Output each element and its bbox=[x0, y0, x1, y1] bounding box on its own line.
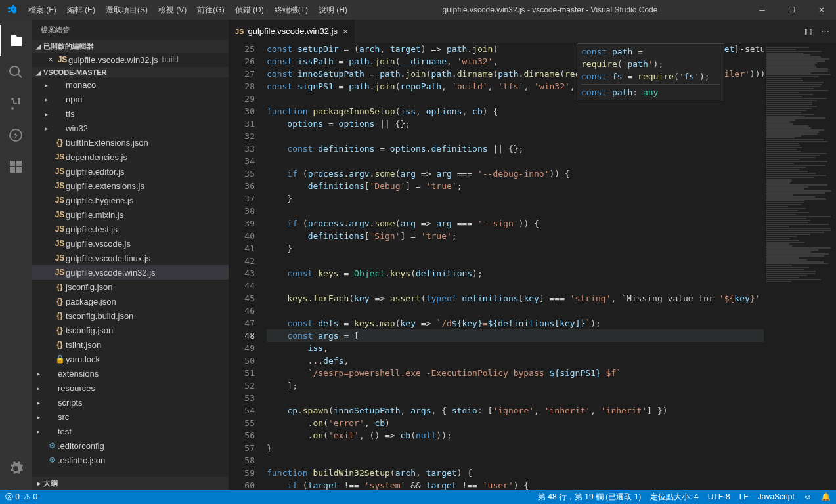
tree-item-label: gulpfile.vscode.js bbox=[66, 239, 131, 249]
tree-item-label: gulpfile.test.js bbox=[66, 224, 118, 234]
tree-item-label: jsconfig.json bbox=[66, 282, 113, 292]
tree-item-label: tslint.json bbox=[66, 340, 101, 350]
tree-item[interactable]: JSgulpfile.editor.js bbox=[32, 164, 229, 178]
tree-item-label: monaco bbox=[66, 80, 96, 90]
tree-item[interactable]: {}builtInExtensions.json bbox=[32, 135, 229, 150]
encoding[interactable]: UTF-8 bbox=[708, 492, 730, 501]
config-file-icon: ⚙ bbox=[46, 441, 58, 450]
title-bar: 檔案 (F)編輯 (E)選取項目(S)檢視 (V)前往(G)偵錯 (D)終端機(… bbox=[0, 0, 836, 20]
js-file-icon: JS bbox=[54, 167, 66, 176]
tree-item-label: .eslintrc.json bbox=[58, 455, 105, 465]
tree-item[interactable]: ⚙.editorconfig bbox=[32, 438, 229, 453]
tree-item-label: resources bbox=[58, 383, 95, 393]
tree-item-label: tsconfig.build.json bbox=[66, 311, 133, 321]
close-button[interactable]: ✕ bbox=[806, 5, 836, 14]
tree-item[interactable]: 🔒yarn.lock bbox=[32, 352, 229, 366]
chevron-icon: ▸ bbox=[37, 370, 46, 377]
menu-item[interactable]: 檔案 (F) bbox=[23, 5, 62, 16]
tab-close-icon[interactable]: × bbox=[343, 26, 348, 37]
tree-item[interactable]: JSgulpfile.vscode.js bbox=[32, 236, 229, 251]
bell-icon[interactable]: 🔔 bbox=[821, 492, 831, 501]
close-icon[interactable]: × bbox=[45, 55, 56, 64]
menu-bar: 檔案 (F)編輯 (E)選取項目(S)檢視 (V)前往(G)偵錯 (D)終端機(… bbox=[23, 5, 353, 16]
tree-item[interactable]: JSgulpfile.test.js bbox=[32, 222, 229, 236]
editor-tabs: JS gulpfile.vscode.win32.js × ⫿⫿ ⋯ bbox=[229, 20, 836, 43]
feedback-icon[interactable]: ☺ bbox=[804, 492, 812, 501]
eol[interactable]: LF bbox=[739, 492, 749, 501]
chevron-icon: ▸ bbox=[45, 96, 54, 103]
tree-item-label: npm bbox=[66, 94, 82, 104]
code-editor[interactable]: const setupDir = (arch, target) => path.… bbox=[264, 43, 764, 490]
js-file-icon: JS bbox=[54, 196, 66, 205]
tree-item[interactable]: ▸resources bbox=[32, 381, 229, 395]
tree-item[interactable]: ▸scripts bbox=[32, 395, 229, 410]
source-control-icon[interactable] bbox=[0, 88, 32, 119]
tree-item-label: gulpfile.mixin.js bbox=[66, 210, 123, 220]
tree-item-label: gulpfile.editor.js bbox=[66, 167, 125, 177]
outline-header[interactable]: ▸大綱 bbox=[32, 477, 229, 490]
search-icon[interactable] bbox=[0, 56, 32, 88]
tree-item[interactable]: ▸src bbox=[32, 410, 229, 424]
indent-setting[interactable]: 定位點大小: 4 bbox=[650, 492, 698, 503]
chevron-icon: ▸ bbox=[45, 81, 54, 89]
status-bar: ⓧ 0 ⚠ 0 第 48 行，第 19 欄 (已選取 1) 定位點大小: 4 U… bbox=[0, 490, 836, 504]
js-file-icon: JS bbox=[54, 152, 66, 161]
menu-item[interactable]: 前往(G) bbox=[192, 5, 229, 16]
vscode-logo-icon bbox=[0, 5, 23, 15]
menu-item[interactable]: 偵錯 (D) bbox=[230, 5, 269, 16]
open-editor-item[interactable]: × JS gulpfile.vscode.win32.js build bbox=[32, 52, 229, 67]
tree-item[interactable]: {}tsconfig.json bbox=[32, 323, 229, 337]
warnings-icon[interactable]: ⚠ 0 bbox=[24, 492, 37, 501]
language-mode[interactable]: JavaScript bbox=[758, 492, 795, 501]
tree-item-label: src bbox=[58, 412, 69, 422]
tree-item[interactable]: JSgulpfile.hygiene.js bbox=[32, 193, 229, 207]
tree-item-label: gulpfile.hygiene.js bbox=[66, 196, 133, 205]
line-numbers: 2526272829303132333435363738394041424344… bbox=[229, 43, 264, 490]
tree-item-label: tsconfig.json bbox=[66, 326, 113, 335]
js-file-icon: JS bbox=[54, 253, 66, 262]
chevron-icon: ▸ bbox=[45, 125, 54, 132]
minimap[interactable] bbox=[764, 43, 836, 490]
tree-item[interactable]: ▸monaco bbox=[32, 77, 229, 92]
tree-item-label: package.json bbox=[66, 297, 116, 306]
tree-item[interactable]: {}tslint.json bbox=[32, 337, 229, 352]
tree-item[interactable]: {}jsconfig.json bbox=[32, 280, 229, 294]
open-editors-header[interactable]: ◢已開啟的編輯器 bbox=[32, 40, 229, 52]
menu-item[interactable]: 編輯 (E) bbox=[62, 5, 100, 16]
errors-icon[interactable]: ⓧ 0 bbox=[5, 492, 20, 503]
maximize-button[interactable]: ☐ bbox=[777, 5, 806, 14]
editor-tab[interactable]: JS gulpfile.vscode.win32.js × bbox=[229, 20, 355, 43]
cursor-position[interactable]: 第 48 行，第 19 欄 (已選取 1) bbox=[538, 492, 641, 503]
tree-item[interactable]: ▸win32 bbox=[32, 121, 229, 135]
tree-item[interactable]: ▸extensions bbox=[32, 366, 229, 381]
extensions-icon[interactable] bbox=[0, 151, 32, 182]
tree-item-label: scripts bbox=[58, 398, 83, 408]
tree-item[interactable]: JSgulpfile.vscode.linux.js bbox=[32, 251, 229, 265]
tree-item[interactable]: JSgulpfile.mixin.js bbox=[32, 207, 229, 222]
split-editor-icon[interactable]: ⫿⫿ bbox=[804, 26, 813, 36]
menu-item[interactable]: 檢視 (V) bbox=[153, 5, 192, 16]
tree-item[interactable]: ▸npm bbox=[32, 92, 229, 106]
window-title: gulpfile.vscode.win32.js - vscode-master… bbox=[353, 5, 747, 14]
explorer-icon[interactable] bbox=[0, 25, 32, 56]
workspace-header[interactable]: ◢VSCODE-MASTER bbox=[32, 67, 229, 77]
tree-item[interactable]: ▸test bbox=[32, 424, 229, 438]
explorer-sidebar: 檔案總管 ◢已開啟的編輯器 × JS gulpfile.vscode.win32… bbox=[32, 20, 229, 490]
tree-item[interactable]: JSgulpfile.vscode.win32.js bbox=[32, 265, 229, 280]
tree-item[interactable]: ▸tfs bbox=[32, 106, 229, 121]
more-actions-icon[interactable]: ⋯ bbox=[821, 26, 829, 36]
json-file-icon: {} bbox=[54, 326, 66, 335]
debug-icon[interactable] bbox=[0, 119, 32, 151]
json-file-icon: {} bbox=[54, 340, 66, 349]
tree-item[interactable]: ⚙.eslintrc.json bbox=[32, 453, 229, 467]
settings-gear-icon[interactable] bbox=[0, 453, 32, 484]
tree-item[interactable]: {}tsconfig.build.json bbox=[32, 308, 229, 323]
menu-item[interactable]: 終端機(T) bbox=[269, 5, 313, 16]
menu-item[interactable]: 選取項目(S) bbox=[100, 5, 153, 16]
tree-item[interactable]: {}package.json bbox=[32, 294, 229, 308]
menu-item[interactable]: 說明 (H) bbox=[313, 5, 353, 16]
tree-item-label: test bbox=[58, 427, 72, 436]
tree-item[interactable]: JSgulpfile.extensions.js bbox=[32, 178, 229, 193]
minimize-button[interactable]: ─ bbox=[747, 5, 777, 14]
tree-item[interactable]: JSdependencies.js bbox=[32, 150, 229, 164]
